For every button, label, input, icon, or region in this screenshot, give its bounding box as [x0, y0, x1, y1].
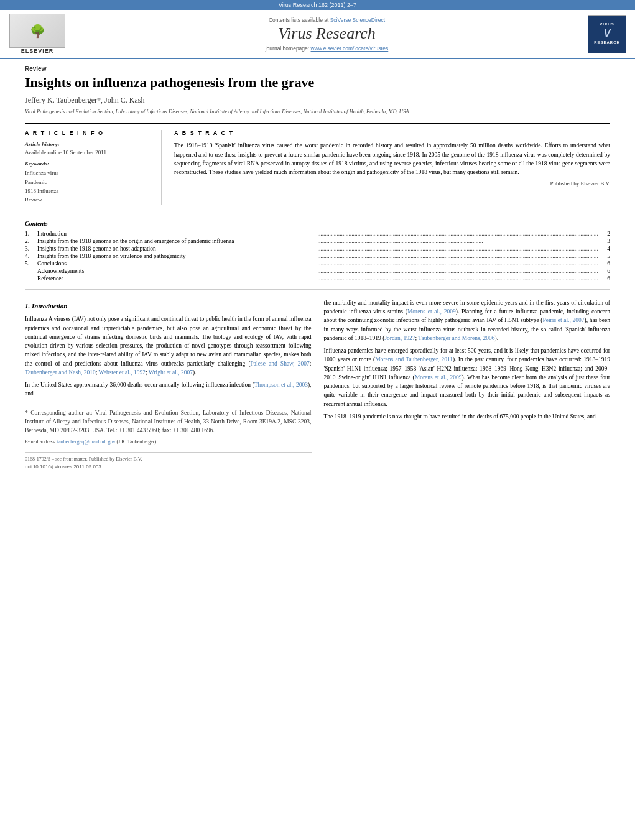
- footnote-email-line: E-mail address: taubenbergerj@niaid.nih.…: [25, 438, 312, 445]
- history-value: Available online 10 September 2011: [25, 149, 152, 155]
- ref-morens-taub-2011[interactable]: Morens and Taubenberger, 2011: [375, 356, 453, 362]
- journal-center: Contents lists available at SciVerse Sci…: [75, 14, 579, 54]
- contents-num-1: 1.: [25, 231, 37, 237]
- published-by: Published by Elsevier B.V.: [174, 180, 610, 187]
- contents-title-2: Insights from the 1918 genome on the ori…: [37, 238, 318, 244]
- journal-header: 🌳 ELSEVIER Contents lists available at S…: [0, 10, 635, 59]
- contents-num-4: 4.: [25, 253, 37, 259]
- contents-row-4: 4. Insights from the 1918 genome on viru…: [25, 253, 610, 259]
- contents-row-5: 5. Conclusions .........................…: [25, 261, 610, 267]
- elsevier-image: 🌳: [9, 14, 65, 48]
- contents-row-3: 3. Insights from the 1918 genome on host…: [25, 246, 610, 252]
- ref-morens2009b[interactable]: Morens et al., 2009: [415, 374, 462, 381]
- contents-section: Contents 1. Introduction ...............…: [25, 220, 610, 290]
- keywords-list: Influenza virus Pandemic 1918 Influenza …: [25, 168, 152, 205]
- contents-page-1: 2: [598, 231, 610, 237]
- elsevier-tree-icon: 🌳: [30, 24, 45, 39]
- keyword-2: Pandemic: [25, 178, 152, 187]
- sciverse-link[interactable]: SciVerse ScienceDirect: [330, 17, 385, 23]
- contents-row-1: 1. Introduction ........................…: [25, 231, 610, 237]
- article-info-heading: A R T I C L E I N F O: [25, 130, 152, 136]
- abstract-col: A B S T R A C T The 1918–1919 'Spanish' …: [174, 130, 610, 205]
- homepage-link[interactable]: www.elsevier.com/locate/virusres: [311, 45, 389, 52]
- affiliation: Viral Pathogenesis and Evolution Section…: [25, 108, 610, 116]
- ref-morens2009[interactable]: Morens et al., 2009: [407, 308, 456, 315]
- contents-dots-3: ........................................…: [318, 246, 598, 252]
- journal-citation-bar: Virus Research 162 (2011) 2–7: [0, 0, 635, 10]
- ref-taub-kash[interactable]: Taubenberger and Kash, 2010: [25, 369, 96, 376]
- body-para-r3: The 1918–1919 pandemic is now thaught to…: [324, 412, 611, 421]
- abstract-text: The 1918–1919 'Spanish' influenza virus …: [174, 141, 610, 177]
- ref-webster[interactable]: Webster et al., 1992: [99, 369, 146, 376]
- homepage-text: journal homepage:: [266, 45, 309, 52]
- contents-page-2: 3: [598, 238, 610, 244]
- footnote-text: * Corresponding author at: Viral Pathoge…: [25, 408, 312, 435]
- sciverse-line: Contents lists available at SciVerse Sci…: [269, 17, 385, 23]
- contents-heading: Contents: [25, 220, 610, 227]
- ref-palese[interactable]: Palese and Shaw, 2007: [251, 361, 310, 367]
- ref-wright[interactable]: Wright et al., 2007: [149, 369, 193, 376]
- ref-peiris[interactable]: Peiris et al., 2007: [542, 317, 584, 323]
- ref-thompson[interactable]: Thompson et al., 2003: [254, 382, 308, 388]
- body-para-2: In the United States approximately 36,00…: [25, 381, 312, 399]
- contents-dots-2: ........................................…: [318, 238, 598, 244]
- contents-page-5: 6: [598, 261, 610, 267]
- keyword-4: Review: [25, 195, 152, 204]
- elsevier-logo: 🌳 ELSEVIER: [6, 14, 68, 54]
- footnote-email[interactable]: taubenbergerj@niaid.nih.gov: [57, 439, 115, 445]
- journal-title: Virus Research: [278, 24, 376, 43]
- ref-taub-morens[interactable]: Taubenberger and Morens, 2006: [418, 335, 494, 341]
- journal-citation: Virus Research 162 (2011) 2–7: [279, 2, 356, 8]
- contents-table: 1. Introduction ........................…: [25, 231, 610, 282]
- authors: Jeffery K. Taubenberger*, John C. Kash: [25, 96, 610, 105]
- contents-dots-5: ........................................…: [318, 261, 598, 267]
- contents-title-1: Introduction: [37, 231, 318, 237]
- contents-title-3: Insights from the 1918 genome on host ad…: [37, 246, 318, 252]
- keyword-3: 1918 Influenza: [25, 187, 152, 195]
- contents-row-2: 2. Insights from the 1918 genome on the …: [25, 238, 610, 244]
- main-content: Review Insights on influenza pathogenesi…: [0, 59, 635, 477]
- doi-line: doi:10.1016/j.virusres.2011.09.003: [25, 463, 312, 471]
- elsevier-label: ELSEVIER: [21, 48, 54, 54]
- body-para-r2: Influenza pandemics have emerged sporadi…: [324, 346, 611, 408]
- body-col-right: the morbidity and mortality impact is ev…: [324, 298, 611, 471]
- contents-num-5: 5.: [25, 261, 37, 267]
- copyright-text: 0168-1702/$ – see front matter. Publishe…: [25, 456, 312, 463]
- contents-num-2: 2.: [25, 238, 37, 244]
- keywords-label: Keywords:: [25, 160, 152, 167]
- contents-dots-4: ........................................…: [318, 253, 598, 259]
- article-type-label: Review: [25, 65, 610, 72]
- article-title: Insights on influenza pathogenesis from …: [25, 75, 610, 91]
- homepage-line: journal homepage: www.elsevier.com/locat…: [266, 45, 389, 52]
- keyword-1: Influenza virus: [25, 168, 152, 177]
- contents-page-3: 4: [598, 246, 610, 252]
- contents-title-ref: References: [37, 275, 318, 282]
- abstract-content: The 1918–1919 'Spanish' influenza virus …: [174, 142, 610, 175]
- contents-title-4: Insights from the 1918 genome on virulen…: [37, 253, 318, 259]
- ref-jordan[interactable]: Jordan, 1927: [384, 335, 415, 341]
- article-info-col: A R T I C L E I N F O Article history: A…: [25, 130, 162, 205]
- contents-title-ack: Acknowledgements: [37, 268, 318, 274]
- contents-dots-1: ........................................…: [318, 231, 598, 237]
- contents-row-ack: Acknowledgements .......................…: [25, 268, 610, 274]
- contents-dots-ack: ........................................…: [318, 268, 598, 274]
- virus-logo-text: VIRUS V RESEARCH: [594, 22, 620, 45]
- footnote-section: * Corresponding author at: Viral Pathoge…: [25, 405, 312, 446]
- contents-page-ack: 6: [598, 268, 610, 274]
- body-two-col: 1. Introduction Influenza A viruses (IAV…: [25, 298, 610, 471]
- virus-research-logo: VIRUS V RESEARCH: [585, 14, 629, 54]
- sciverse-text: Contents lists available at: [269, 17, 328, 23]
- virus-logo-box: VIRUS V RESEARCH: [588, 15, 626, 53]
- contents-page-ref: 6: [598, 275, 610, 282]
- abstract-heading: A B S T R A C T: [174, 130, 610, 136]
- contents-page-4: 5: [598, 253, 610, 259]
- contents-dots-ref: ........................................…: [318, 275, 598, 282]
- footnote-author-name: (J.K. Taubenberger).: [116, 439, 157, 445]
- body-para-1: Influenza A viruses (IAV) not only pose …: [25, 315, 312, 377]
- email-label: E-mail address:: [25, 439, 56, 445]
- info-abstract-section: A R T I C L E I N F O Article history: A…: [25, 123, 610, 211]
- body-col-left: 1. Introduction Influenza A viruses (IAV…: [25, 298, 312, 471]
- footnote-star-label: * Corresponding author at: Viral Pathoge…: [25, 410, 312, 434]
- contents-num-3: 3.: [25, 246, 37, 252]
- copyright-bar: 0168-1702/$ – see front matter. Publishe…: [25, 452, 312, 471]
